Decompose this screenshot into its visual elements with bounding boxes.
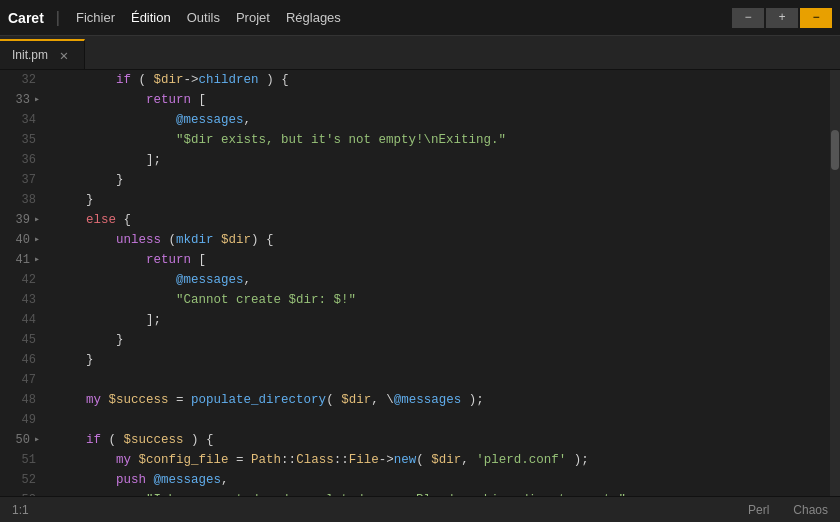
menu-divider: |: [56, 9, 60, 27]
tab-close-icon[interactable]: ✕: [56, 47, 72, 63]
cursor-position: 1:1: [12, 503, 29, 517]
code-line-36: ];: [56, 150, 826, 170]
menu-reglages[interactable]: Réglages: [278, 8, 349, 27]
code-line-52: push @messages,: [56, 470, 826, 490]
minimize-button[interactable]: −: [732, 8, 764, 28]
code-line-42: @messages,: [56, 270, 826, 290]
line-num-45: 45: [0, 330, 48, 350]
code-line-41: return [: [56, 250, 826, 270]
line-num-48: 48: [0, 390, 48, 410]
menu-edition[interactable]: Édition: [123, 8, 179, 27]
window-controls: − + −: [732, 8, 832, 28]
tabbar: Init.pm ✕: [0, 36, 840, 70]
code-line-39: else {: [56, 210, 826, 230]
line-num-41: 41▸: [0, 250, 48, 270]
line-num-47: 47: [0, 370, 48, 390]
statusbar: 1:1 Perl Chaos: [0, 496, 840, 522]
line-num-39: 39▸: [0, 210, 48, 230]
code-line-35: "$dir exists, but it's not empty!\nExiti…: [56, 130, 826, 150]
code-line-45: }: [56, 330, 826, 350]
maximize-button[interactable]: +: [766, 8, 798, 28]
line-num-40: 40▸: [0, 230, 48, 250]
line-num-32: 32: [0, 70, 48, 90]
line-num-51: 51: [0, 450, 48, 470]
line-num-46: 46: [0, 350, 48, 370]
theme-indicator: Chaos: [793, 503, 828, 517]
editor: 32 33▸ 34 35 36 37 38 39▸ 40▸ 41▸ 42 43 …: [0, 70, 840, 496]
titlebar: Caret | Fichier Édition Outils Projet Ré…: [0, 0, 840, 36]
code-line-48: my $success = populate_directory( $dir, …: [56, 390, 826, 410]
line-numbers: 32 33▸ 34 35 36 37 38 39▸ 40▸ 41▸ 42 43 …: [0, 70, 52, 496]
line-num-35: 35: [0, 130, 48, 150]
line-num-52: 52: [0, 470, 48, 490]
app-title: Caret: [8, 10, 44, 26]
code-line-33: return [: [56, 90, 826, 110]
code-line-34: @messages,: [56, 110, 826, 130]
status-right: Perl Chaos: [748, 503, 828, 517]
code-line-37: }: [56, 170, 826, 190]
code-line-47: [56, 370, 826, 390]
code-line-40: unless (mkdir $dir) {: [56, 230, 826, 250]
code-area[interactable]: if ( $dir->children ) { return [ @messag…: [52, 70, 830, 496]
code-line-38: }: [56, 190, 826, 210]
code-line-43: "Cannot create $dir: $!": [56, 290, 826, 310]
line-num-44: 44: [0, 310, 48, 330]
menu-outils[interactable]: Outils: [179, 8, 228, 27]
code-line-51: my $config_file = Path::Class::File->new…: [56, 450, 826, 470]
line-num-38: 38: [0, 190, 48, 210]
line-num-33: 33▸: [0, 90, 48, 110]
code-line-49: [56, 410, 826, 430]
code-line-46: }: [56, 350, 826, 370]
language-indicator: Perl: [748, 503, 769, 517]
close-button[interactable]: −: [800, 8, 832, 28]
line-num-37: 37: [0, 170, 48, 190]
code-line-32: if ( $dir->children ) {: [56, 70, 826, 90]
line-num-42: 42: [0, 270, 48, 290]
line-num-36: 36: [0, 150, 48, 170]
line-num-53: 53: [0, 490, 48, 496]
code-line-44: ];: [56, 310, 826, 330]
tab-init-pm[interactable]: Init.pm ✕: [0, 39, 85, 69]
code-line-50: if ( $success ) {: [56, 430, 826, 450]
menu-projet[interactable]: Projet: [228, 8, 278, 27]
line-num-43: 43: [0, 290, 48, 310]
line-num-34: 34: [0, 110, 48, 130]
line-num-50: 50▸: [0, 430, 48, 450]
scrollbar-thumb[interactable]: [831, 130, 839, 170]
tab-label: Init.pm: [12, 48, 48, 62]
scrollbar[interactable]: [830, 70, 840, 496]
line-num-49: 49: [0, 410, 48, 430]
code-line-53: "I have created and populated a new Pler…: [56, 490, 826, 496]
menu-fichier[interactable]: Fichier: [68, 8, 123, 27]
